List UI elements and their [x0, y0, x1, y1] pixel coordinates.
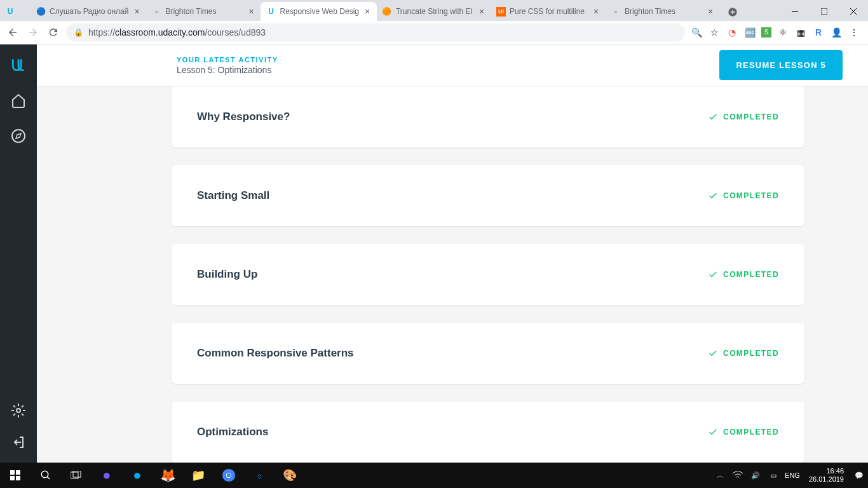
- svg-point-3: [12, 130, 25, 142]
- menu-icon[interactable]: ⋮: [848, 26, 860, 39]
- close-icon[interactable]: ×: [132, 7, 141, 16]
- activity-label: YOUR LATEST ACTIVITY: [177, 56, 278, 64]
- system-tray: ︿ 🔊 ▭ ENG 16:46 26.01.2019 💬: [714, 467, 868, 484]
- taskview-button[interactable]: [61, 463, 92, 488]
- lesson-title: Why Responsive?: [197, 111, 290, 123]
- udacity-icon: U: [266, 6, 276, 17]
- check-icon: [708, 112, 718, 122]
- reload-button[interactable]: [46, 25, 61, 40]
- home-icon[interactable]: [10, 92, 27, 109]
- gear-icon[interactable]: [10, 402, 27, 419]
- status-badge: COMPLETED: [708, 269, 779, 280]
- browser-tab-active[interactable]: U Responsive Web Desig ×: [261, 2, 377, 21]
- browser-tab-strip: U 🔵 Слушать Радио онлай × ▫ Brighton Tim…: [0, 0, 868, 21]
- back-button[interactable]: [5, 25, 20, 40]
- start-button[interactable]: [0, 463, 31, 488]
- tab-title: Pure CSS for multiline: [510, 7, 588, 16]
- radio-icon: 🔵: [36, 6, 46, 17]
- lesson-title: Building Up: [197, 268, 257, 281]
- course-header: YOUR LATEST ACTIVITY Lesson 5: Optimizat…: [37, 44, 868, 86]
- status-badge: COMPLETED: [708, 427, 779, 437]
- close-icon[interactable]: ×: [706, 7, 715, 16]
- udacity-icon: U: [5, 6, 15, 17]
- taskbar-app-explorer[interactable]: 📁: [183, 463, 214, 488]
- site-icon: 🟠: [382, 6, 392, 17]
- lesson-label: Lesson 5: Optimizations: [177, 65, 278, 75]
- taskbar-app-skype[interactable]: ●: [122, 463, 153, 488]
- svg-point-9: [41, 471, 48, 478]
- lesson-card[interactable]: Why Responsive? COMPLETED: [172, 86, 804, 147]
- resume-button[interactable]: RESUME LESSON 5: [719, 50, 843, 80]
- extension-icon[interactable]: ◔: [726, 26, 738, 39]
- close-window-button[interactable]: [839, 2, 868, 21]
- tab-title: Слушать Радио онлай: [50, 7, 128, 16]
- url-text: https://classroom.udacity.com/courses/ud…: [88, 27, 266, 37]
- lock-icon: 🔒: [74, 28, 83, 37]
- svg-rect-5: [10, 470, 15, 475]
- clock[interactable]: 16:46 26.01.2019: [805, 467, 848, 484]
- taskbar-app-paint[interactable]: 🎨: [275, 463, 305, 488]
- logout-icon[interactable]: [10, 433, 27, 451]
- minimize-button[interactable]: [780, 2, 810, 21]
- main-content[interactable]: YOUR LATEST ACTIVITY Lesson 5: Optimizat…: [37, 44, 868, 463]
- new-tab-button[interactable]: [724, 3, 742, 21]
- close-icon[interactable]: ×: [477, 7, 486, 16]
- language-indicator[interactable]: ENG: [785, 469, 800, 482]
- tab-title: Responsive Web Desig: [280, 7, 359, 16]
- page-content: YOUR LATEST ACTIVITY Lesson 5: Optimizat…: [0, 44, 868, 463]
- extension-icon[interactable]: ▦: [794, 26, 807, 39]
- maximize-button[interactable]: [810, 2, 839, 21]
- zoom-icon[interactable]: 🔍: [690, 26, 703, 39]
- extension-icon[interactable]: ⚛: [776, 26, 789, 39]
- lesson-card[interactable]: Building Up COMPLETED: [172, 244, 804, 305]
- search-button[interactable]: [31, 463, 61, 488]
- tab-title: Truncate String with El: [396, 7, 473, 16]
- lesson-list: Why Responsive? COMPLETED Starting Small…: [37, 86, 868, 463]
- browser-tab[interactable]: 🔵 Слушать Радио онлай ×: [31, 2, 146, 21]
- toolbar-icons: 🔍 ☆ ◔ 🔤 S ⚛ ▦ R 👤 ⋮: [690, 26, 863, 39]
- extension-icon[interactable]: 🔤: [743, 26, 756, 39]
- status-badge: COMPLETED: [708, 112, 779, 122]
- browser-tab[interactable]: ▫ Brighton Times ×: [146, 2, 261, 21]
- compass-icon[interactable]: [10, 127, 27, 145]
- extension-icon[interactable]: R: [812, 26, 825, 39]
- url-input[interactable]: 🔒 https://classroom.udacity.com/courses/…: [66, 24, 685, 41]
- lesson-card[interactable]: Common Responsive Patterns COMPLETED: [172, 323, 804, 384]
- lesson-title: Optimizations: [197, 426, 268, 438]
- browser-tab[interactable]: ▫ Brighton Times ×: [606, 2, 720, 21]
- address-bar: 🔒 https://classroom.udacity.com/courses/…: [0, 21, 868, 44]
- notifications-icon[interactable]: 💬: [853, 469, 865, 482]
- browser-tab[interactable]: U: [0, 2, 31, 21]
- close-icon[interactable]: ×: [247, 7, 255, 16]
- taskbar-app-chrome[interactable]: [214, 463, 244, 488]
- close-icon[interactable]: ×: [592, 7, 600, 16]
- status-badge: COMPLETED: [708, 191, 779, 201]
- svg-rect-1: [792, 11, 798, 12]
- window-controls: [780, 2, 868, 21]
- forward-button[interactable]: [25, 25, 41, 40]
- star-icon[interactable]: ☆: [708, 26, 721, 39]
- lesson-title: Starting Small: [197, 189, 269, 202]
- svg-point-14: [227, 473, 231, 477]
- lesson-card[interactable]: Optimizations COMPLETED: [172, 402, 804, 463]
- tray-chevron-icon[interactable]: ︿: [714, 469, 726, 482]
- taskbar-app-vscode[interactable]: ⬨: [244, 463, 275, 488]
- browser-tab[interactable]: UI Pure CSS for multiline ×: [491, 2, 606, 21]
- page-icon: ▫: [151, 6, 161, 17]
- close-icon[interactable]: ×: [363, 7, 372, 16]
- taskbar-app-viber[interactable]: ●: [92, 463, 122, 488]
- browser-tab[interactable]: 🟠 Truncate String with El ×: [377, 2, 491, 21]
- battery-icon[interactable]: ▭: [767, 469, 780, 482]
- extension-icon[interactable]: S: [761, 27, 771, 37]
- taskbar-app-firefox[interactable]: 🦊: [153, 463, 183, 488]
- volume-icon[interactable]: 🔊: [749, 469, 762, 482]
- profile-icon[interactable]: 👤: [830, 26, 843, 39]
- windows-taskbar: ● ● 🦊 📁 ⬨ 🎨 ︿ 🔊 ▭ ENG 16:46 26.01.2019 💬: [0, 463, 868, 488]
- check-icon: [708, 348, 718, 358]
- check-icon: [708, 427, 718, 437]
- svg-rect-2: [821, 8, 827, 15]
- check-icon: [708, 269, 718, 280]
- udacity-logo-icon[interactable]: [10, 56, 27, 74]
- wifi-icon[interactable]: [731, 469, 744, 482]
- lesson-card[interactable]: Starting Small COMPLETED: [172, 165, 804, 226]
